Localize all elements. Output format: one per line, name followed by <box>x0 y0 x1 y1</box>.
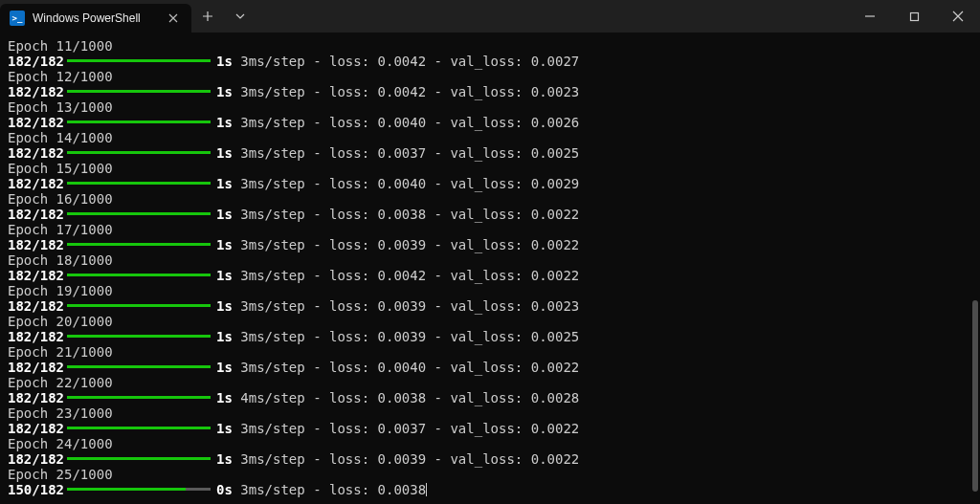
step-counter: 182/182 <box>8 390 65 405</box>
epoch-label: Epoch 13/1000 <box>8 99 972 115</box>
progress-bar <box>67 243 211 246</box>
step-counter: 182/182 <box>8 54 65 69</box>
minimize-icon <box>864 11 876 22</box>
maximize-icon <box>909 11 920 22</box>
step-counter: 182/182 <box>8 237 65 252</box>
epoch-label: Epoch 19/1000 <box>8 283 972 298</box>
elapsed-time: 1s <box>216 115 233 130</box>
epoch-label: Epoch 11/1000 <box>8 38 972 54</box>
terminal-output[interactable]: Epoch 11/1000182/182 1s 3ms/step - loss:… <box>0 33 980 504</box>
tab-dropdown-button[interactable] <box>224 0 256 33</box>
step-counter: 182/182 <box>8 145 65 161</box>
epoch-label: Epoch 20/1000 <box>8 314 972 329</box>
svg-rect-0 <box>910 12 918 20</box>
elapsed-time: 1s <box>216 207 233 222</box>
progress-line: 182/182 1s 3ms/step - loss: 0.0040 - val… <box>8 360 972 375</box>
elapsed-time: 1s <box>216 421 233 436</box>
scrollbar-thumb[interactable] <box>972 300 978 492</box>
epoch-label: Epoch 23/1000 <box>8 405 972 421</box>
elapsed-time: 1s <box>216 298 233 314</box>
elapsed-time: 1s <box>216 268 233 283</box>
progress-line: 150/182 0s 3ms/step - loss: 0.0038 <box>8 482 972 497</box>
epoch-label: Epoch 24/1000 <box>8 436 972 451</box>
epoch-label: Epoch 25/1000 <box>8 467 972 482</box>
window-controls <box>848 0 980 33</box>
progress-line: 182/182 1s 3ms/step - loss: 0.0042 - val… <box>8 84 972 99</box>
progress-bar <box>67 59 211 62</box>
new-tab-button[interactable] <box>191 0 224 33</box>
metrics-text: 3ms/step - loss: 0.0039 - val_loss: 0.00… <box>233 451 579 467</box>
progress-bar <box>67 121 211 123</box>
elapsed-time: 1s <box>216 237 233 252</box>
titlebar: >_ Windows PowerShell <box>0 0 980 33</box>
progress-bar <box>67 274 211 276</box>
metrics-text: 3ms/step - loss: 0.0040 - val_loss: 0.00… <box>233 176 579 191</box>
metrics-text: 3ms/step - loss: 0.0037 - val_loss: 0.00… <box>233 421 579 436</box>
elapsed-time: 1s <box>216 84 233 99</box>
step-counter: 182/182 <box>8 421 65 436</box>
progress-line: 182/182 1s 3ms/step - loss: 0.0038 - val… <box>8 207 972 222</box>
epoch-label: Epoch 12/1000 <box>8 69 972 84</box>
tab-powershell[interactable]: >_ Windows PowerShell <box>0 4 191 33</box>
step-counter: 182/182 <box>8 329 65 344</box>
progress-line: 182/182 1s 3ms/step - loss: 0.0040 - val… <box>8 176 972 191</box>
step-counter: 182/182 <box>8 451 65 467</box>
progress-line: 182/182 1s 3ms/step - loss: 0.0040 - val… <box>8 115 972 130</box>
epoch-label: Epoch 15/1000 <box>8 161 972 176</box>
epoch-label: Epoch 18/1000 <box>8 252 972 268</box>
plus-icon <box>202 11 213 22</box>
step-counter: 182/182 <box>8 268 65 283</box>
minimize-button[interactable] <box>848 0 892 33</box>
progress-bar <box>67 212 211 215</box>
progress-line: 182/182 1s 3ms/step - loss: 0.0037 - val… <box>8 421 972 436</box>
elapsed-time: 1s <box>216 329 233 344</box>
progress-line: 182/182 1s 3ms/step - loss: 0.0039 - val… <box>8 237 972 252</box>
metrics-text: 3ms/step - loss: 0.0040 - val_loss: 0.00… <box>233 115 579 130</box>
step-counter: 182/182 <box>8 84 65 99</box>
progress-bar <box>67 396 211 399</box>
progress-bar <box>67 427 211 429</box>
elapsed-time: 0s <box>216 482 233 497</box>
epoch-label: Epoch 14/1000 <box>8 130 972 145</box>
scrollbar[interactable] <box>970 33 980 504</box>
chevron-down-icon <box>235 11 245 21</box>
metrics-text: 4ms/step - loss: 0.0038 - val_loss: 0.00… <box>233 390 579 405</box>
epoch-label: Epoch 16/1000 <box>8 191 972 207</box>
elapsed-time: 1s <box>216 54 233 69</box>
metrics-text: 3ms/step - loss: 0.0040 - val_loss: 0.00… <box>233 360 579 375</box>
progress-line: 182/182 1s 3ms/step - loss: 0.0042 - val… <box>8 54 972 69</box>
metrics-text: 3ms/step - loss: 0.0038 <box>233 482 426 497</box>
step-counter: 182/182 <box>8 360 65 375</box>
maximize-button[interactable] <box>892 0 936 33</box>
progress-bar <box>67 304 211 307</box>
elapsed-time: 1s <box>216 176 233 191</box>
metrics-text: 3ms/step - loss: 0.0042 - val_loss: 0.00… <box>233 268 579 283</box>
epoch-label: Epoch 17/1000 <box>8 222 972 237</box>
elapsed-time: 1s <box>216 390 233 405</box>
progress-bar <box>67 488 211 491</box>
progress-line: 182/182 1s 4ms/step - loss: 0.0038 - val… <box>8 390 972 405</box>
progress-line: 182/182 1s 3ms/step - loss: 0.0042 - val… <box>8 268 972 283</box>
step-counter: 182/182 <box>8 207 65 222</box>
progress-line: 182/182 1s 3ms/step - loss: 0.0039 - val… <box>8 298 972 314</box>
metrics-text: 3ms/step - loss: 0.0039 - val_loss: 0.00… <box>233 237 579 252</box>
metrics-text: 3ms/step - loss: 0.0039 - val_loss: 0.00… <box>233 329 579 344</box>
metrics-text: 3ms/step - loss: 0.0042 - val_loss: 0.00… <box>233 54 579 69</box>
progress-bar <box>67 151 211 154</box>
step-counter: 182/182 <box>8 176 65 191</box>
progress-bar <box>67 335 211 338</box>
metrics-text: 3ms/step - loss: 0.0037 - val_loss: 0.00… <box>233 145 579 161</box>
powershell-icon: >_ <box>10 11 25 26</box>
close-icon <box>952 11 964 22</box>
step-counter: 182/182 <box>8 115 65 130</box>
epoch-label: Epoch 22/1000 <box>8 375 972 390</box>
metrics-text: 3ms/step - loss: 0.0038 - val_loss: 0.00… <box>233 207 579 222</box>
elapsed-time: 1s <box>216 451 233 467</box>
tab-close-button[interactable] <box>165 10 182 27</box>
close-window-button[interactable] <box>936 0 980 33</box>
progress-bar <box>67 182 211 185</box>
progress-bar <box>67 365 211 368</box>
close-icon <box>168 13 178 23</box>
tab-title: Windows PowerShell <box>33 11 141 25</box>
progress-line: 182/182 1s 3ms/step - loss: 0.0039 - val… <box>8 451 972 467</box>
